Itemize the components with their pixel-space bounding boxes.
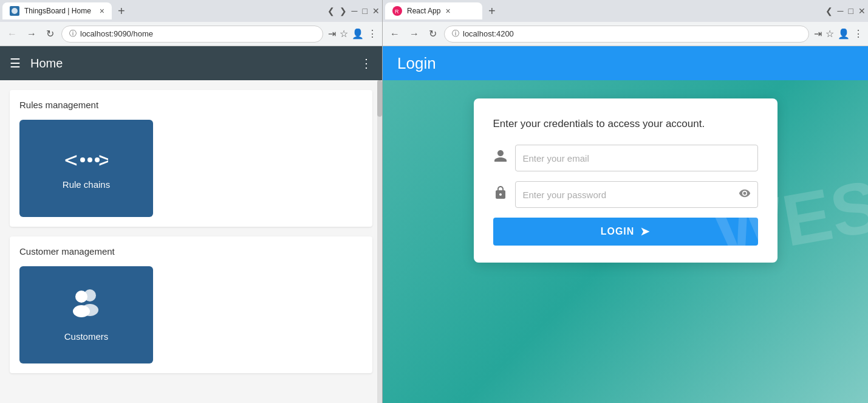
svg-point-8 [75, 291, 87, 303]
customers-icon [67, 288, 106, 324]
left-tab-bar: ThingsBoard | Home × + ❮ ❯ ─ □ ✕ [0, 0, 382, 22]
app-header-title: Home [30, 57, 350, 71]
right-url-box[interactable]: ⓘ localhost:4200 [444, 26, 809, 43]
reload-button[interactable]: ↻ [44, 27, 56, 41]
right-new-tab-button[interactable]: + [485, 4, 499, 18]
right-more-options-icon[interactable]: ⋮ [853, 28, 863, 40]
person-icon [493, 149, 508, 167]
login-page-title: Login [397, 54, 436, 73]
left-address-bar-right: ⇥ ☆ 👤 ⋮ [328, 28, 377, 40]
login-button-label: LOGIN [601, 226, 635, 237]
right-tab-list-icon[interactable]: ❮ [825, 6, 833, 16]
app-header: ☰ Home ⋮ [0, 46, 382, 80]
scrollbar-thumb[interactable] [377, 80, 382, 117]
left-tab-close[interactable]: × [100, 6, 104, 16]
lock-field-icon [493, 185, 508, 204]
svg-point-0 [12, 8, 18, 14]
rule-chains-label: Rule chains [63, 179, 110, 190]
scrollbar-track [377, 80, 382, 403]
maximize-btn[interactable]: □ [363, 6, 367, 16]
cast-icon[interactable]: ⇥ [328, 28, 336, 40]
rules-management-section: Rules management < > [10, 90, 372, 227]
login-body: WES Enter your credentials to access you… [383, 80, 868, 403]
left-browser: ThingsBoard | Home × + ❮ ❯ ─ □ ✕ ← → ↻ ⓘ… [0, 0, 383, 403]
email-input-row [493, 145, 758, 171]
rules-section-title: Rules management [19, 100, 363, 110]
left-tab-title: ThingsBoard | Home [24, 7, 95, 15]
right-address-bar: ← → ↻ ⓘ localhost:4200 ⇥ ☆ 👤 ⋮ [383, 22, 868, 46]
customers-tile[interactable]: Customers [19, 266, 153, 363]
thingsboard-app: ☰ Home ⋮ Rules management < [0, 46, 382, 403]
forward-button[interactable]: → [24, 27, 39, 41]
password-input-row [493, 181, 758, 208]
customers-label: Customers [64, 331, 109, 342]
bookmark-icon[interactable]: ☆ [340, 28, 348, 40]
right-browser: R React App × + ❮ ─ □ ✕ ← → ↻ ⓘ localhos… [383, 0, 868, 403]
right-reload-button[interactable]: ↻ [426, 27, 439, 41]
tab-list-icon[interactable]: ❮ [327, 6, 335, 16]
rule-chains-icon: < > [64, 148, 108, 172]
left-url-box[interactable]: ⓘ localhost:9090/home [61, 26, 323, 43]
login-header: Login [383, 46, 868, 80]
right-maximize-btn[interactable]: □ [849, 6, 853, 16]
right-tab-bar-controls: ❮ ─ □ ✕ [825, 6, 866, 16]
right-tab-close[interactable]: × [445, 6, 450, 16]
right-url-text: localhost:4200 [463, 29, 514, 38]
login-button[interactable]: LOGIN ➤ [493, 218, 758, 246]
left-address-bar: ← → ↻ ⓘ localhost:9090/home ⇥ ☆ 👤 ⋮ [0, 22, 382, 46]
right-cast-icon[interactable]: ⇥ [814, 28, 822, 40]
rule-chains-tile[interactable]: < > Rule chains [19, 120, 153, 217]
sidebar-toggle-icon[interactable]: ☰ [10, 56, 21, 71]
tab-scroll-right[interactable]: ❯ [340, 6, 347, 16]
password-wrapper [515, 181, 758, 208]
customer-section-title: Customer management [19, 246, 363, 257]
svg-text:<: < [64, 148, 78, 172]
right-close-window-btn[interactable]: ✕ [858, 6, 866, 16]
main-content: Rules management < > [0, 80, 382, 403]
left-tab-bar-controls: ❮ ❯ ─ □ ✕ [327, 6, 380, 16]
profile-icon[interactable]: 👤 [352, 28, 364, 40]
customer-management-section: Customer management [10, 236, 372, 373]
login-subtitle: Enter your credentials to access your ac… [493, 118, 758, 130]
password-input[interactable] [515, 181, 758, 208]
right-profile-icon[interactable]: 👤 [838, 28, 850, 40]
right-bookmark-icon[interactable]: ☆ [825, 28, 834, 40]
right-address-bar-right: ⇥ ☆ 👤 ⋮ [814, 28, 863, 40]
right-tab-title: React App [407, 7, 440, 15]
lock-icon: ⓘ [69, 29, 77, 39]
toggle-password-icon[interactable] [739, 187, 751, 202]
right-tab-bar: R React App × + ❮ ─ □ ✕ [383, 0, 868, 22]
right-lock-icon: ⓘ [452, 29, 459, 39]
left-tab-favicon [10, 6, 19, 16]
svg-point-3 [87, 157, 92, 162]
right-minimize-btn[interactable]: ─ [838, 6, 844, 16]
login-arrow-icon: ➤ [640, 225, 650, 238]
login-card: Enter your credentials to access your ac… [474, 98, 777, 263]
close-window-btn[interactable]: ✕ [372, 6, 380, 16]
svg-text:R: R [395, 9, 399, 15]
react-app: Login WES Enter your credentials to acce… [383, 46, 868, 403]
back-button[interactable]: ← [5, 27, 19, 41]
header-more-icon[interactable]: ⋮ [360, 56, 372, 71]
email-input[interactable] [515, 145, 758, 171]
svg-text:>: > [98, 148, 108, 172]
right-tab-favicon: R [392, 6, 402, 16]
svg-point-9 [73, 305, 90, 317]
new-tab-button[interactable]: + [114, 4, 129, 18]
more-options-icon[interactable]: ⋮ [367, 28, 377, 40]
left-url-text: localhost:9090/home [80, 29, 153, 38]
right-active-tab[interactable]: R React App × [385, 2, 482, 19]
right-back-button[interactable]: ← [388, 27, 402, 41]
right-forward-button[interactable]: → [407, 27, 422, 41]
svg-point-2 [80, 157, 85, 162]
left-active-tab[interactable]: ThingsBoard | Home × [2, 2, 112, 19]
minimize-btn[interactable]: ─ [352, 6, 358, 16]
